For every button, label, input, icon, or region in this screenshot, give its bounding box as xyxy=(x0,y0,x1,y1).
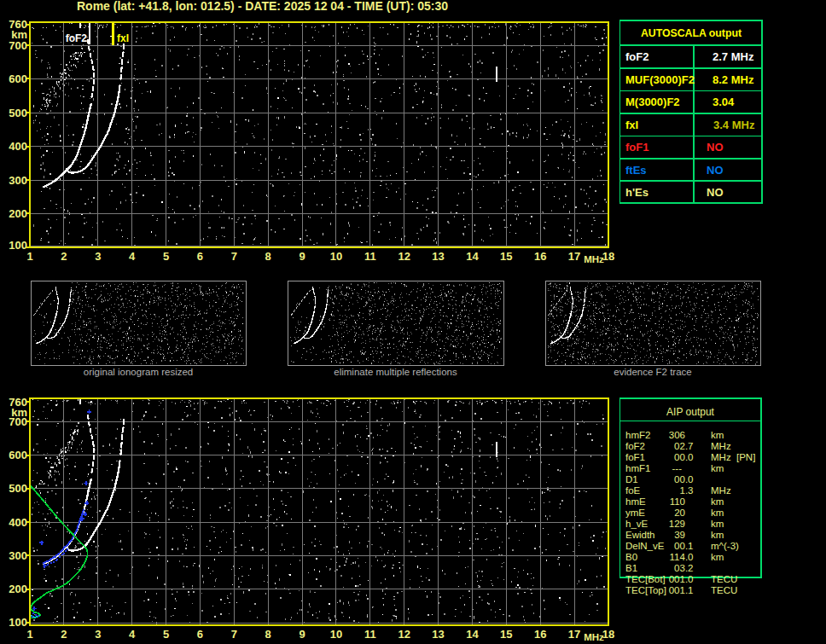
svg-text:ftEs: ftEs xyxy=(625,164,647,177)
svg-text:100: 100 xyxy=(9,239,27,252)
svg-text:4: 4 xyxy=(129,250,136,263)
svg-text:TECU: TECU xyxy=(711,585,737,595)
svg-text:AUTOSCALA output: AUTOSCALA output xyxy=(641,27,742,39)
svg-text:2.7 MHz: 2.7 MHz xyxy=(713,50,754,63)
svg-text:Ewidth: Ewidth xyxy=(625,530,655,540)
svg-text:MHz: MHz xyxy=(711,441,731,451)
svg-text:[PN]: [PN] xyxy=(736,452,755,462)
svg-text:03.2: 03.2 xyxy=(674,563,693,573)
svg-text:300: 300 xyxy=(9,549,27,562)
svg-text:13: 13 xyxy=(432,628,444,641)
svg-text:11: 11 xyxy=(364,628,376,641)
svg-text:6: 6 xyxy=(197,628,203,641)
svg-text:15: 15 xyxy=(500,250,512,263)
svg-text:km: km xyxy=(711,496,724,507)
svg-text:km: km xyxy=(711,519,724,529)
svg-text:11: 11 xyxy=(364,250,376,263)
svg-text:02.7: 02.7 xyxy=(674,441,693,451)
svg-text:B1: B1 xyxy=(625,563,637,573)
svg-text:00.1: 00.1 xyxy=(674,541,693,551)
svg-text:7: 7 xyxy=(231,250,237,263)
svg-text:MHz: MHz xyxy=(584,632,604,642)
svg-text:foF2: foF2 xyxy=(66,32,88,44)
svg-text:1.3: 1.3 xyxy=(680,485,694,496)
svg-text:hmF2: hmF2 xyxy=(625,430,650,440)
svg-text:8: 8 xyxy=(265,628,271,641)
svg-text:M(3000)F2: M(3000)F2 xyxy=(625,96,680,108)
svg-text:8.2 MHz: 8.2 MHz xyxy=(713,73,754,86)
svg-text:5: 5 xyxy=(163,628,169,641)
svg-text:eliminate multiple reflections: eliminate multiple reflections xyxy=(334,367,457,377)
svg-text:fxI: fxI xyxy=(625,119,638,131)
svg-text:km: km xyxy=(711,463,724,473)
svg-text:500: 500 xyxy=(9,482,27,495)
svg-text:MHz: MHz xyxy=(711,485,731,496)
svg-text:600: 600 xyxy=(9,73,27,85)
svg-text:12: 12 xyxy=(398,250,410,263)
svg-text:km: km xyxy=(711,530,724,540)
svg-text:---: --- xyxy=(672,463,683,473)
svg-text:D1: D1 xyxy=(625,474,638,484)
svg-text:12: 12 xyxy=(398,628,410,641)
svg-text:9: 9 xyxy=(299,628,305,641)
svg-text:3.4 MHz: 3.4 MHz xyxy=(713,119,755,131)
svg-text:MHz: MHz xyxy=(711,452,731,462)
svg-text:9: 9 xyxy=(299,250,305,263)
svg-text:1: 1 xyxy=(26,628,32,641)
svg-text:m^(-3): m^(-3) xyxy=(711,541,739,551)
svg-text:14: 14 xyxy=(466,628,479,641)
svg-text:evidence F2 trace: evidence F2 trace xyxy=(614,367,691,377)
svg-text:18: 18 xyxy=(602,250,614,263)
svg-text:400: 400 xyxy=(9,516,27,529)
svg-text:km: km xyxy=(711,552,724,562)
svg-text:00.0: 00.0 xyxy=(674,452,693,462)
svg-text:200: 200 xyxy=(9,207,27,220)
svg-text:200: 200 xyxy=(9,583,27,595)
svg-text:00.0: 00.0 xyxy=(674,474,693,484)
svg-text:NO: NO xyxy=(707,141,724,154)
svg-text:4: 4 xyxy=(129,628,136,641)
svg-text:6: 6 xyxy=(197,250,203,263)
svg-text:400: 400 xyxy=(9,140,27,153)
svg-text:3: 3 xyxy=(95,628,101,641)
svg-text:10: 10 xyxy=(330,628,342,641)
svg-text:2: 2 xyxy=(61,628,67,641)
svg-text:hmF1: hmF1 xyxy=(625,463,650,473)
svg-text:NO: NO xyxy=(707,186,724,199)
svg-text:AIP output: AIP output xyxy=(666,406,714,418)
svg-text:2: 2 xyxy=(61,250,67,263)
svg-text:5: 5 xyxy=(163,250,169,263)
svg-text:7: 7 xyxy=(231,628,237,641)
svg-text:3.04: 3.04 xyxy=(713,96,735,108)
svg-text:10: 10 xyxy=(330,250,342,263)
svg-text:km: km xyxy=(711,508,724,518)
svg-text:001.0: 001.0 xyxy=(669,574,694,584)
svg-text:B0: B0 xyxy=(625,552,637,562)
svg-text:17: 17 xyxy=(568,250,580,263)
svg-text:700: 700 xyxy=(9,415,27,428)
svg-text:39: 39 xyxy=(674,530,685,540)
svg-text:ymE: ymE xyxy=(625,508,645,518)
svg-text:foF1: foF1 xyxy=(625,141,649,154)
svg-text:13: 13 xyxy=(432,250,444,263)
svg-text:700: 700 xyxy=(9,39,27,52)
svg-text:foE: foE xyxy=(625,485,641,496)
svg-text:14: 14 xyxy=(466,250,479,263)
svg-text:hmE: hmE xyxy=(625,496,646,507)
svg-text:100: 100 xyxy=(9,616,27,629)
svg-text:17: 17 xyxy=(568,628,580,641)
svg-text:001.1: 001.1 xyxy=(669,585,694,595)
svg-text:DelN_vE: DelN_vE xyxy=(625,541,665,551)
svg-text:MHz: MHz xyxy=(584,254,604,264)
svg-text:Rome (lat: +41.8, lon: 012.5): Rome (lat: +41.8, lon: 012.5) - DATE: 20… xyxy=(77,0,448,13)
svg-text:foF2: foF2 xyxy=(625,441,645,451)
svg-text:TEC[Bot]: TEC[Bot] xyxy=(625,574,666,584)
svg-text:foF1: foF1 xyxy=(625,452,645,462)
svg-text:original ionogram resized: original ionogram resized xyxy=(84,367,193,377)
svg-text:km: km xyxy=(711,430,724,440)
svg-text:1: 1 xyxy=(26,250,32,263)
svg-text:MUF(3000)F2: MUF(3000)F2 xyxy=(625,73,695,86)
svg-text:300: 300 xyxy=(9,174,27,187)
svg-text:h'Es: h'Es xyxy=(625,186,649,199)
svg-text:16: 16 xyxy=(534,628,546,641)
